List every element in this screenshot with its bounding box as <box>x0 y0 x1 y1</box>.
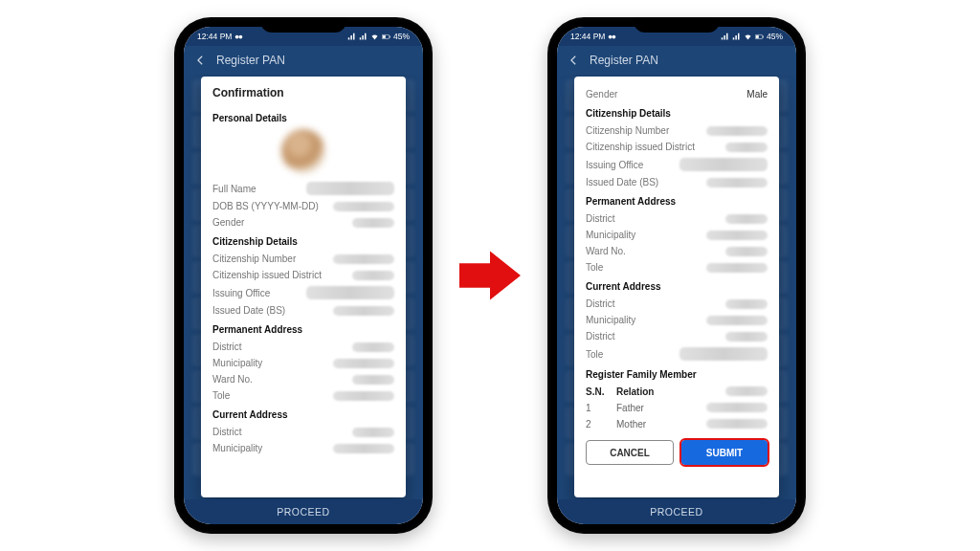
back-icon[interactable] <box>193 54 207 67</box>
row-perm-tole: Tole <box>212 387 394 404</box>
row-citizen-number: Citizenship Number <box>212 251 394 267</box>
row-perm-ward: Ward No. <box>586 243 768 259</box>
screen-left: 12:44 PM 45% Register PAN <box>184 27 423 524</box>
value-redacted <box>725 332 768 342</box>
svg-point-5 <box>609 34 612 38</box>
value-redacted <box>706 419 768 429</box>
row-perm-muni: Municipality <box>212 355 394 371</box>
row-cur-muni: Municipality <box>586 312 768 328</box>
appbar-title: Register PAN <box>590 54 658 67</box>
status-time: 12:44 PM <box>197 32 232 41</box>
status-time: 12:44 PM <box>570 32 605 41</box>
page-backdrop: Confirmation Personal Details Full Name … <box>184 75 423 499</box>
app-bar: Register PAN <box>184 46 423 75</box>
row-citizen-district: Citizenship issued District <box>212 267 394 283</box>
value-redacted <box>706 126 768 136</box>
wifi-icon <box>370 33 379 41</box>
row-issuing-office: Issuing Office <box>586 155 768 174</box>
row-cur-muni: Municipality <box>212 440 394 456</box>
confirmation-dialog: GenderMale Citizenship Details Citizensh… <box>574 77 779 497</box>
section-permanent: Permanent Address <box>586 196 768 207</box>
value-redacted <box>333 306 394 316</box>
section-citizenship: Citizenship Details <box>586 108 768 119</box>
value-redacted <box>352 428 394 437</box>
value-redacted <box>706 403 768 412</box>
value-redacted <box>706 316 768 325</box>
signal-icon <box>732 33 741 41</box>
app-bar: Register PAN <box>557 46 796 75</box>
cancel-button[interactable]: CANCEL <box>586 440 674 465</box>
row-perm-ward: Ward No. <box>212 371 394 387</box>
dialog-title: Confirmation <box>212 86 394 99</box>
row-cur-tole: Tole <box>586 344 768 364</box>
svg-rect-8 <box>756 35 759 38</box>
quote-icon <box>234 33 243 41</box>
back-icon[interactable] <box>567 54 580 67</box>
signal-icon <box>359 33 368 41</box>
status-battery: 45% <box>767 32 783 41</box>
row-issuing-office: Issuing Office <box>212 283 394 302</box>
phone-left: 12:44 PM 45% Register PAN <box>174 17 433 534</box>
signal-icon <box>347 33 356 41</box>
confirmation-dialog: Confirmation Personal Details Full Name … <box>201 77 406 497</box>
value-redacted <box>725 386 768 396</box>
proceed-button[interactable]: PROCEED <box>184 499 423 524</box>
svg-rect-3 <box>383 35 386 38</box>
row-perm-district: District <box>586 210 768 227</box>
proceed-button[interactable]: PROCEED <box>557 499 796 524</box>
svg-point-6 <box>612 34 616 38</box>
phone-notch <box>260 17 346 33</box>
row-citizen-number: Citizenship Number <box>586 122 768 139</box>
quote-icon <box>608 33 616 41</box>
row-gender: Gender <box>212 214 394 231</box>
value-redacted <box>679 158 768 171</box>
section-current: Current Address <box>212 409 394 420</box>
row-perm-muni: Municipality <box>586 227 768 243</box>
value-redacted <box>333 359 394 368</box>
row-issued-date: Issued Date (BS) <box>586 174 768 190</box>
screen-right: 12:44 PM 45% Register PAN <box>557 27 796 524</box>
avatar <box>281 129 325 173</box>
svg-point-0 <box>235 34 239 38</box>
family-table-header: S.N. Relation <box>586 384 768 400</box>
row-perm-district: District <box>212 339 394 355</box>
value-redacted <box>706 178 768 187</box>
value-redacted <box>725 247 768 256</box>
row-perm-tole: Tole <box>586 259 768 276</box>
phone-notch <box>634 17 720 33</box>
row-cur-district: District <box>586 296 768 312</box>
battery-icon <box>382 33 390 41</box>
value-redacted <box>352 218 394 228</box>
family-row-1: 1 Father <box>586 400 768 416</box>
gender-value: Male <box>746 89 768 99</box>
row-gender-top: GenderMale <box>586 86 768 102</box>
value-redacted <box>679 347 768 361</box>
value-redacted <box>352 271 394 280</box>
value-redacted <box>352 342 394 352</box>
value-redacted <box>725 299 768 309</box>
row-full-name: Full Name <box>212 179 394 198</box>
submit-button[interactable]: SUBMIT <box>681 440 768 465</box>
value-redacted <box>706 263 768 273</box>
value-redacted <box>333 254 394 264</box>
value-redacted <box>333 444 394 453</box>
phone-right: 12:44 PM 45% Register PAN <box>547 17 806 534</box>
svg-rect-4 <box>390 35 390 37</box>
row-cur-district2: District <box>586 328 768 344</box>
row-citizen-district: Citizenship issued District <box>586 139 768 155</box>
family-row-2: 2 Mother <box>586 416 768 432</box>
value-redacted <box>725 214 768 224</box>
svg-point-1 <box>239 34 243 38</box>
page-backdrop: GenderMale Citizenship Details Citizensh… <box>557 75 796 499</box>
value-redacted <box>306 286 394 299</box>
row-issued-date: Issued Date (BS) <box>212 302 394 319</box>
arrow-icon <box>459 245 521 306</box>
battery-icon <box>755 33 764 41</box>
svg-rect-9 <box>763 35 764 37</box>
wifi-icon <box>744 33 752 41</box>
value-redacted <box>706 231 768 240</box>
row-cur-district: District <box>212 424 394 440</box>
signal-icon <box>721 33 729 41</box>
value-redacted <box>306 182 394 195</box>
section-personal: Personal Details <box>212 113 394 123</box>
